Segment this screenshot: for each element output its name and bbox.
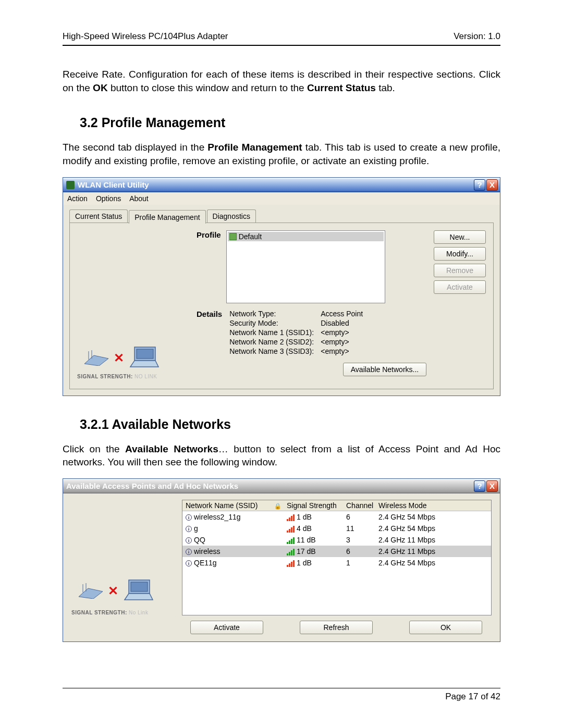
cell-security [271,539,284,541]
close-icon: X [489,180,495,189]
cell-channel: 6 [343,546,375,557]
tab-current-status[interactable]: Current Status [69,209,128,223]
profile-list-item[interactable]: Default [228,232,384,241]
body-paragraph-2: The second tab displayed in the Profile … [63,141,500,167]
signal-bars-icon [287,549,295,556]
cell-mode: 2.4 GHz 11 Mbps [375,546,491,557]
info-icon: i [186,537,192,544]
lock-icon: 🔒 [274,503,282,509]
page-header: High-Speed Wireless PC/104Plus Adapter V… [63,31,500,46]
signal-bars-icon [287,537,295,544]
detail-value-ssid1: <empty> [321,328,399,337]
window-title: Available Access Points and Ad Hoc Netwo… [66,482,238,490]
detail-value-ssid3: <empty> [321,347,399,355]
col-header-ssid[interactable]: Network Name (SSID) [182,500,271,511]
menu-about[interactable]: About [129,194,149,203]
cell-ssid: iQE11g [182,558,271,568]
signal-bars-icon [287,514,295,521]
cell-signal: 4 dB [284,523,343,534]
modify-button[interactable]: Modify... [434,247,486,261]
body-paragraph-1: Receive Rate. Configuration for each of … [63,68,500,94]
cell-mode: 2.4 GHz 54 Mbps [375,558,491,568]
table-row[interactable]: iQE11g1 dB12.4 GHz 54 Mbps [182,557,491,569]
table-row[interactable]: iwireless17 dB62.4 GHz 11 Mbps [182,546,491,557]
laptop-icon [123,579,154,603]
profile-item-label: Default [239,232,262,241]
cell-ssid: iwireless2_11g [182,512,271,522]
header-right: Version: 1.0 [454,31,500,42]
cell-ssid: iQQ [182,535,271,545]
disconnected-x-icon: ✕ [108,584,118,598]
svg-rect-5 [131,582,148,591]
profile-item-icon [229,233,237,240]
cell-channel: 1 [343,558,375,568]
menu-action[interactable]: Action [67,194,88,203]
tab-content: ✕ SIGNAL STRENGTH: NO LINK Profile [69,223,494,389]
info-icon: i [186,549,192,555]
link-status-graphic: ✕ [77,342,166,374]
col-header-signal[interactable]: Signal Strength [284,500,343,511]
signal-strength-value: NO LINK [134,374,157,379]
activate-button[interactable]: Activate [434,280,486,294]
window-title: WLAN Client Utility [78,180,149,189]
titlebar[interactable]: WLAN Client Utility ? X [63,178,500,192]
new-button[interactable]: New... [434,230,486,244]
tab-diagnostics[interactable]: Diagnostics [207,209,256,223]
col-header-mode[interactable]: Wireless Mode [375,500,491,511]
detail-label-network-type: Network Type: [229,310,321,318]
laptop-icon [128,346,160,370]
header-left: High-Speed Wireless PC/104Plus Adapter [63,31,228,42]
detail-value-network-type: Access Point [321,310,399,318]
cell-mode: 2.4 GHz 54 Mbps [375,523,491,534]
details-grid: Network Type:Access Point Security Mode:… [229,310,399,355]
cell-ssid: iwireless [182,546,271,557]
signal-bars-icon [287,526,295,533]
cell-security [271,562,284,564]
heading-3.2: 3.2 Profile Management [80,115,500,130]
cell-security [271,516,284,518]
detail-label-ssid3: Network Name 3 (SSID3): [229,347,321,355]
router-icon [78,583,104,599]
body-paragraph-3: Click on the Available Networks… button … [63,442,500,469]
table-row[interactable]: iQQ11 dB32.4 GHz 11 Mbps [182,534,491,546]
cell-channel: 3 [343,535,375,545]
window-wlan-client-utility: WLAN Client Utility ? X Action Options A… [63,177,500,396]
disconnected-x-icon: ✕ [114,351,124,365]
remove-button[interactable]: Remove [434,264,486,277]
info-icon: i [186,514,192,521]
close-button[interactable]: X [486,179,498,191]
table-row[interactable]: ig4 dB112.4 GHz 54 Mbps [182,523,491,534]
cell-security [271,527,284,529]
available-networks-button[interactable]: Available Networks... [343,363,426,376]
info-icon: i [186,560,192,566]
menu-options[interactable]: Options [96,194,121,203]
table-header: Network Name (SSID) 🔒 Signal Strength Ch… [182,500,491,511]
svg-rect-2 [137,349,153,359]
signal-bars-icon [287,560,295,567]
table-row[interactable]: iwireless2_11g1 dB62.4 GHz 54 Mbps [182,511,491,523]
page-footer: Page 17 of 42 [63,688,500,702]
cell-channel: 6 [343,512,375,522]
refresh-button[interactable]: Refresh [300,621,373,634]
ok-button[interactable]: OK [409,621,482,634]
close-button[interactable]: X [486,480,498,492]
tab-profile-management[interactable]: Profile Management [129,210,205,224]
link-status-graphic: ✕ [71,575,160,607]
networks-table: Network Name (SSID) 🔒 Signal Strength Ch… [182,500,492,615]
help-icon: ? [477,482,482,490]
window-available-networks: Available Access Points and Ad Hoc Netwo… [63,478,500,642]
profile-listbox[interactable]: Default [226,230,385,303]
signal-strength-label: SIGNAL STRENGTH: NO LINK [77,374,157,379]
cell-mode: 2.4 GHz 54 Mbps [375,512,491,522]
col-header-security-icon[interactable]: 🔒 [271,500,284,511]
help-icon: ? [477,180,482,189]
help-button[interactable]: ? [474,179,485,191]
router-icon [83,350,109,366]
col-header-channel[interactable]: Channel [343,500,375,511]
detail-value-ssid2: <empty> [321,338,399,346]
signal-strength-label: SIGNAL STRENGTH: No Link [71,610,148,615]
titlebar[interactable]: Available Access Points and Ad Hoc Netwo… [63,479,500,493]
help-button[interactable]: ? [474,480,485,492]
activate-button[interactable]: Activate [190,621,263,634]
close-icon: X [489,482,495,490]
